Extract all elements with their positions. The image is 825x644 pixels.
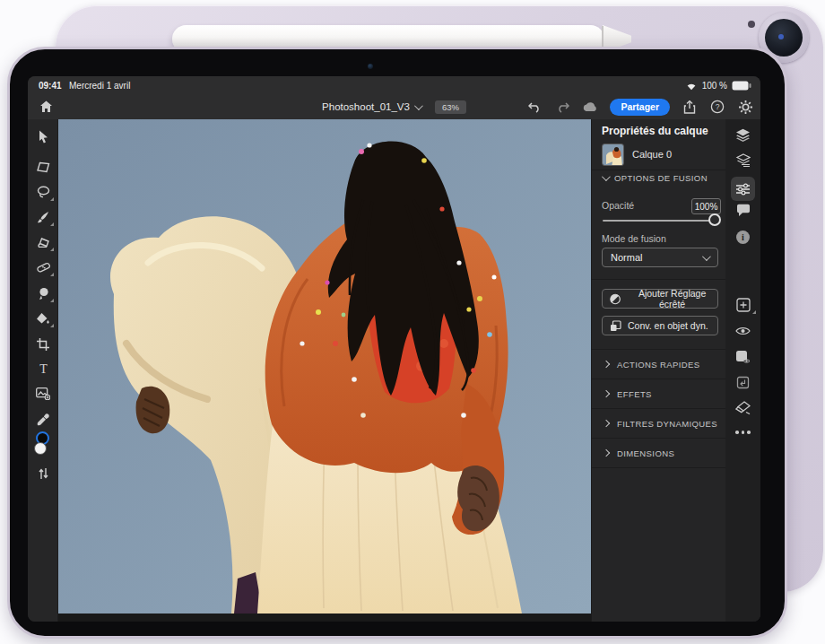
- lasso-icon: [37, 186, 50, 198]
- fill-tool[interactable]: [28, 307, 58, 330]
- battery-percent: 100 %: [702, 81, 727, 91]
- layer-properties-button[interactable]: [725, 148, 760, 171]
- properties-tab-button[interactable]: [725, 177, 760, 201]
- add-clipped-adjustment-button[interactable]: Ajouter Réglage écrêté: [602, 289, 718, 309]
- eraser-tool[interactable]: [28, 231, 58, 254]
- layer-properties-panel: Propriétés du calque Calque 0: [591, 119, 725, 622]
- section-effets[interactable]: EFFETS: [592, 379, 726, 408]
- undo-icon: [528, 101, 542, 113]
- clipping-mask-icon: [736, 376, 750, 389]
- swap-colors-button[interactable]: [28, 462, 58, 485]
- tool-options-indicator: [752, 310, 756, 314]
- rear-camera-glint: [778, 34, 784, 39]
- clipping-mask-button[interactable]: [725, 370, 760, 394]
- layer-mask-icon: [735, 350, 751, 364]
- move-tool[interactable]: [28, 125, 58, 148]
- eyedropper-icon: [37, 413, 49, 426]
- more-options-button[interactable]: [725, 421, 760, 444]
- convert-smart-object-button[interactable]: Conv. en objet dyn.: [602, 316, 718, 335]
- export-button[interactable]: [682, 99, 698, 115]
- chevron-right-icon: [603, 449, 610, 457]
- place-photo-icon: [36, 387, 50, 400]
- status-time: 09:41: [39, 81, 62, 91]
- tool-options-indicator: [50, 248, 54, 251]
- transform-tool[interactable]: [28, 155, 58, 178]
- background-color-swatch[interactable]: [34, 442, 47, 455]
- comment-bubble-icon: [736, 204, 751, 217]
- info-button[interactable]: i: [725, 225, 760, 248]
- chevron-down-icon: [702, 252, 711, 261]
- clone-stamp-icon: [38, 287, 49, 300]
- crop-icon: [37, 338, 49, 351]
- crop-tool[interactable]: [28, 333, 58, 356]
- eyedropper-tool[interactable]: [28, 408, 58, 431]
- rear-camera-lens: [765, 19, 803, 57]
- layers-panel-button[interactable]: [725, 123, 760, 146]
- front-ipad-device: 09:41 Mercredi 1 avril 100 %: [7, 47, 787, 639]
- brush-tool[interactable]: [28, 205, 58, 229]
- help-button[interactable]: ?: [709, 99, 725, 115]
- redo-button[interactable]: [554, 99, 570, 115]
- layers-icon: [735, 128, 751, 142]
- opacity-slider-track[interactable]: [603, 220, 719, 222]
- brush-icon: [37, 211, 49, 223]
- svg-text:?: ?: [716, 102, 720, 111]
- layer-visibility-button[interactable]: [725, 319, 760, 343]
- section-actions-rapides[interactable]: ACTIONS RAPIDES: [592, 349, 726, 379]
- section-dimensions[interactable]: DIMENSIONS: [592, 438, 726, 467]
- layer-row[interactable]: Calque 0: [592, 141, 726, 168]
- rear-microphone-dot: [748, 21, 755, 28]
- svg-text:T: T: [39, 362, 48, 375]
- chevron-right-icon: [603, 361, 610, 368]
- ellipsis-icon: [735, 431, 751, 434]
- add-layer-icon: [736, 298, 751, 312]
- tool-options-indicator: [50, 273, 54, 276]
- title-bar: Photoshoot_01_V3 63%: [28, 94, 760, 119]
- smart-object-icon: [610, 320, 621, 332]
- layer-thumbnail: [602, 144, 624, 166]
- photoshop-app-screen: 09:41 Mercredi 1 avril 100 %: [28, 76, 760, 622]
- tool-options-indicator: [50, 222, 54, 226]
- adjustment-circle-icon: [610, 293, 621, 305]
- delete-layer-button[interactable]: [725, 396, 760, 419]
- blend-mode-dropdown[interactable]: Normal: [602, 248, 718, 267]
- type-icon: T: [38, 362, 49, 375]
- eye-icon: [735, 326, 751, 336]
- front-camera-dot: [368, 64, 373, 69]
- home-button[interactable]: [35, 96, 56, 117]
- chevron-right-icon: [603, 420, 610, 427]
- paint-bucket-icon: [36, 312, 50, 325]
- battery-icon: [732, 81, 751, 91]
- opacity-value-field[interactable]: 100%: [691, 198, 721, 214]
- info-icon: i: [736, 231, 750, 244]
- settings-button[interactable]: [737, 99, 753, 115]
- undo-button[interactable]: [526, 99, 543, 115]
- divider: [592, 279, 726, 280]
- tool-options-indicator: [50, 299, 54, 302]
- chevron-down-icon: [602, 172, 611, 181]
- hero-scene: 09:41 Mercredi 1 avril 100 %: [0, 0, 825, 644]
- cloud-sync-button[interactable]: [582, 99, 598, 115]
- healing-brush-tool[interactable]: [28, 256, 58, 279]
- eraser-delete-icon: [735, 401, 751, 414]
- share-button[interactable]: Partager: [610, 99, 670, 116]
- layer-mask-button[interactable]: [725, 345, 760, 369]
- right-icon-rail: i: [725, 119, 760, 622]
- blend-options-section-header[interactable]: OPTIONS DE FUSION: [602, 173, 708, 183]
- type-tool[interactable]: T: [28, 357, 58, 380]
- divider: [592, 170, 726, 170]
- lasso-tool[interactable]: [28, 180, 58, 204]
- zoom-level-badge[interactable]: 63%: [435, 100, 466, 114]
- place-photo-tool[interactable]: [28, 382, 58, 405]
- section-filtres-dynamiques[interactable]: FILTRES DYNAMIQUES: [592, 408, 726, 438]
- clone-stamp-tool[interactable]: [28, 282, 58, 305]
- opacity-slider-knob[interactable]: [708, 213, 721, 226]
- tool-options-indicator: [50, 324, 54, 327]
- tool-options-indicator: [50, 197, 54, 201]
- canvas[interactable]: [58, 119, 591, 622]
- document-title[interactable]: Photoshoot_01_V3: [322, 101, 421, 112]
- swap-arrows-icon: [39, 467, 48, 480]
- comments-button[interactable]: [725, 198, 760, 222]
- panel-title: Propriétés du calque: [602, 125, 708, 137]
- add-layer-button[interactable]: [725, 293, 760, 317]
